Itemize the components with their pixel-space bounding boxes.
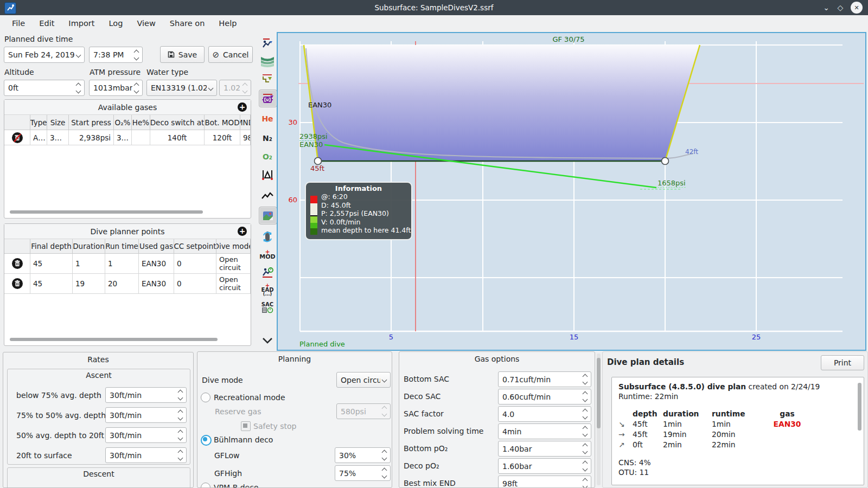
spinner-arrows-icon[interactable] [380,468,390,478]
spinner-arrows-icon[interactable] [380,451,390,460]
add-point-button[interactable]: + [238,227,247,236]
point-col-cc-setpoint[interactable]: CC setpoint [174,239,216,254]
toolbar-setpoint-button[interactable] [259,89,277,107]
menu-log[interactable]: Log [103,17,128,29]
atm-pressure-spinner[interactable]: 1013mbar [89,80,143,96]
menu-import[interactable]: Import [63,17,100,29]
dive-profile-chart[interactable]: GF 30/75 EAN30 30 60 2938psi EAN30 45ft … [277,32,866,351]
spinner-arrows-icon[interactable] [176,451,186,460]
spinner-arrows-icon[interactable] [176,431,186,440]
toolbar-ceiling-button[interactable] [259,70,276,87]
rate-row-spinner[interactable]: 30ft/min [105,447,187,463]
spinner-arrows-icon[interactable] [581,392,591,401]
spinner-arrows-icon[interactable] [132,84,142,93]
point-col-final-depth[interactable]: Final depth [30,239,73,254]
spinner-arrows-icon[interactable] [74,84,84,93]
water-type-combo[interactable]: EN13319 (1.02k [146,80,217,96]
menu-share-on[interactable]: Share on [164,17,210,29]
spinner-arrows-icon[interactable] [581,461,591,471]
point-cc-setpoint-cell[interactable]: 0 [174,254,216,274]
toolbar-ead-button[interactable]: + EAD (...) [259,281,276,298]
point-final-depth-cell[interactable]: 45 [30,254,73,274]
point-run-time-cell[interactable]: 20 [105,274,139,294]
toolbar-pn2-button[interactable]: N₂ [259,130,276,146]
altitude-spinner[interactable]: 0ft [4,80,85,96]
gas-startpress-cell[interactable]: 2,938psi [69,130,114,145]
minimize-button[interactable]: ⌄ [820,2,832,14]
rate-row-spinner[interactable]: 30ft/min [105,427,187,443]
sac-factor-spinner[interactable]: 4.0 [498,406,591,422]
plan-text-vscrollbar[interactable] [858,383,861,431]
point-run-time-cell[interactable]: 1 [105,254,139,274]
bottom-sac-spinner[interactable]: 0.71cuft/min [498,371,591,387]
toolbar-tank-bar-button[interactable] [259,228,276,245]
toolbar-heart-rate-button[interactable] [259,188,276,204]
gas-col-type[interactable]: Type [30,115,47,130]
spinner-arrows-icon[interactable] [176,410,186,420]
point-delete-icon[interactable] [4,274,30,294]
buhlmann-deco-radio[interactable] [201,435,212,446]
recreational-mode-radio[interactable] [201,393,210,402]
menu-file[interactable]: File [7,17,30,29]
add-gas-button[interactable]: + [238,102,247,112]
rate-row-spinner[interactable]: 30ft/min [105,387,187,403]
dive-mode-combo[interactable]: Open circuit [336,372,391,388]
point-duration-cell[interactable]: 19 [73,274,105,294]
point-dive-mode-cell[interactable]: Open circuit [216,274,251,294]
gas-he-cell[interactable] [132,130,150,145]
gas-type-cell[interactable]: A… [30,130,47,145]
deco-po2-spinner[interactable]: 1.60bar [498,458,591,474]
menu-view[interactable]: View [131,17,161,29]
menu-help[interactable]: Help [213,17,242,29]
time-spinner[interactable]: 7:38 PM [89,47,143,63]
gas-bot-mod-cell[interactable]: 120ft [205,130,240,145]
point-col-run-time[interactable]: Run time [105,239,139,254]
toolbar-sac-button[interactable]: SAC [259,299,276,316]
gas-size-cell[interactable]: 3… [47,130,69,145]
gas-mnd-cell[interactable]: 98… [240,130,251,145]
gas-col-o2[interactable]: O₂% [114,115,132,130]
toolbar-photos-button[interactable] [259,207,277,224]
spinner-arrows-icon[interactable] [176,390,186,400]
plan-details-text[interactable]: Subsurface (4.8.5.0) dive plan created o… [611,377,864,485]
gas-col-startpress[interactable]: Start press [69,115,114,130]
spinner-arrows-icon[interactable] [132,50,142,60]
information-tooltip[interactable]: Information @: 6:20 D: 45.0ft P: 2,557ps… [305,182,412,240]
rate-row-spinner[interactable]: 30ft/min [105,407,187,423]
point-dive-mode-cell[interactable]: Open circuit [216,254,251,274]
date-combo[interactable]: Sun Feb 24, 2019 [4,47,85,63]
deco-sac-spinner[interactable]: 0.60cuft/min [498,389,591,404]
spinner-arrows-icon[interactable] [581,444,591,453]
maximize-button[interactable]: ◇ [834,2,846,14]
gflow-spinner[interactable]: 30% [335,447,391,463]
point-final-depth-cell[interactable]: 45 [30,274,73,294]
point-col-dive-mode[interactable]: Dive mode [216,239,251,254]
gases-hscrollbar[interactable] [10,210,203,214]
cancel-button[interactable]: ⊘ Cancel [208,46,253,63]
toolbar-scroll-down-button[interactable] [259,332,276,349]
spinner-arrows-icon[interactable] [581,375,591,384]
gas-col-bot-mod[interactable]: Bot. MOD [205,115,240,130]
vpmb-deco-radio[interactable] [201,483,210,488]
toolbar-mod-button[interactable]: + MOD [259,246,276,262]
menu-edit[interactable]: Edit [34,17,60,29]
gas-col-he[interactable]: He% [132,115,150,130]
problem-time-spinner[interactable]: 4min [498,423,591,439]
gas-col-size[interactable]: Size [47,115,69,130]
point-col-used-gas[interactable]: Used gas [139,239,174,254]
point-cc-setpoint-cell[interactable]: 0 [174,274,216,294]
toolbar-dive-speed-button[interactable] [259,35,276,52]
point-used-gas-cell[interactable]: EAN30 [139,274,174,294]
toolbar-water-layers-button[interactable] [259,53,276,69]
bottom-vscrollbar-thumb[interactable] [597,358,601,428]
best-mix-end-spinner[interactable]: 98ft [498,476,591,488]
point-used-gas-cell[interactable]: EAN30 [139,254,174,274]
gfhigh-spinner[interactable]: 75% [335,465,391,481]
print-button[interactable]: Print [821,355,864,370]
spinner-arrows-icon[interactable] [581,479,591,488]
spinner-arrows-icon[interactable] [581,427,591,436]
spinner-arrows-icon[interactable] [581,409,591,419]
toolbar-phe-button[interactable]: He [259,110,276,127]
gas-delete-disabled-icon[interactable] [4,130,30,145]
gas-col-deco-switch[interactable]: Deco switch at [150,115,205,130]
